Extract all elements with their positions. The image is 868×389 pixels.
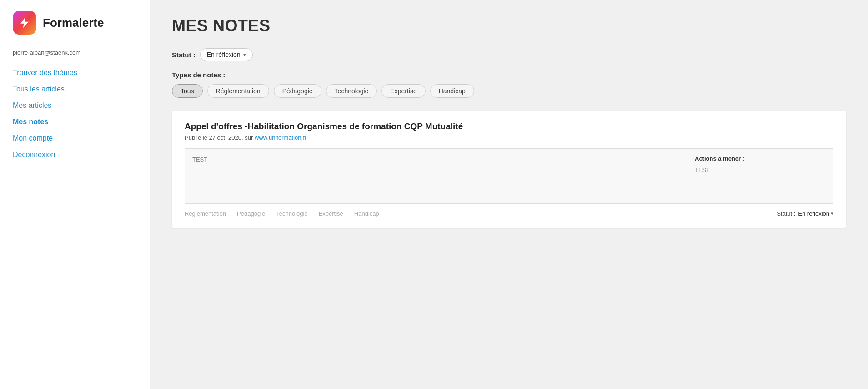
note-tag-handicap: Handicap — [354, 210, 379, 217]
main-content: MES NOTES Statut : En réflexion ▾ Types … — [150, 0, 868, 389]
sidebar: Formalerte pierre-alban@staenk.com Trouv… — [0, 0, 150, 389]
status-filter-row: Statut : En réflexion ▾ — [172, 48, 846, 61]
user-email: pierre-alban@staenk.com — [13, 49, 137, 56]
status-dropdown-value: En réflexion — [207, 51, 241, 58]
note-content-left: TEST — [185, 149, 687, 203]
types-section: Types de notes : Tous Réglementation Péd… — [172, 71, 846, 98]
page-title: MES NOTES — [172, 16, 846, 35]
bolt-icon — [18, 16, 31, 29]
sidebar-item-tous-articles[interactable]: Tous les articles — [13, 85, 137, 93]
note-status-value-text: En réflexion — [798, 210, 829, 217]
app-logo-icon — [13, 11, 36, 35]
note-status-row: Statut : En réflexion ▾ — [777, 210, 833, 217]
note-meta: Publié le 27 oct. 2020, sur www.uniforma… — [185, 134, 833, 141]
note-meta-link[interactable]: www.uniformation.fr — [255, 134, 306, 141]
filter-chip-pedagogie[interactable]: Pédagogie — [274, 84, 321, 98]
note-tag-reglementation: Réglementation — [185, 210, 226, 217]
sidebar-item-trouver-themes[interactable]: Trouver des thèmes — [13, 69, 137, 77]
note-tag-expertise: Expertise — [319, 210, 343, 217]
status-dropdown[interactable]: En réflexion ▾ — [200, 48, 253, 61]
filter-chip-handicap[interactable]: Handicap — [430, 84, 474, 98]
status-filter-label: Statut : — [172, 51, 196, 59]
note-content-text: TEST — [192, 156, 207, 163]
chevron-down-icon: ▾ — [243, 52, 246, 58]
sidebar-item-mes-articles[interactable]: Mes articles — [13, 101, 137, 110]
note-content-row: TEST Actions à mener : TEST — [185, 148, 833, 204]
types-label: Types de notes : — [172, 71, 846, 79]
logo-area: Formalerte — [13, 11, 137, 35]
note-tags: Réglementation Pédagogie Technologie Exp… — [185, 210, 379, 217]
types-filters: Tous Réglementation Pédagogie Technologi… — [172, 84, 846, 98]
note-tag-technologie: Technologie — [276, 210, 307, 217]
note-status-label: Statut : — [777, 210, 795, 217]
note-content-right: Actions à mener : TEST — [687, 149, 833, 203]
note-meta-prefix: Publié le 27 oct. 2020, sur — [185, 134, 255, 141]
note-footer: Réglementation Pédagogie Technologie Exp… — [185, 210, 833, 217]
note-tag-pedagogie: Pédagogie — [237, 210, 265, 217]
actions-label: Actions à mener : — [695, 155, 826, 162]
sidebar-item-mon-compte[interactable]: Mon compte — [13, 134, 137, 142]
note-status-dropdown[interactable]: En réflexion ▾ — [798, 210, 833, 217]
filter-chip-tous[interactable]: Tous — [172, 84, 203, 98]
app-name: Formalerte — [43, 16, 104, 30]
note-card: Appel d'offres -Habilitation Organismes … — [172, 111, 846, 228]
filter-chip-technologie[interactable]: Technologie — [326, 84, 377, 98]
filter-chip-expertise[interactable]: Expertise — [381, 84, 425, 98]
filter-chip-reglementation[interactable]: Réglementation — [207, 84, 269, 98]
note-status-chevron-icon: ▾ — [831, 211, 833, 217]
note-title: Appel d'offres -Habilitation Organismes … — [185, 121, 833, 131]
sidebar-item-mes-notes[interactable]: Mes notes — [13, 118, 137, 126]
sidebar-item-deconnexion[interactable]: Déconnexion — [13, 151, 137, 159]
actions-content: TEST — [695, 167, 710, 173]
